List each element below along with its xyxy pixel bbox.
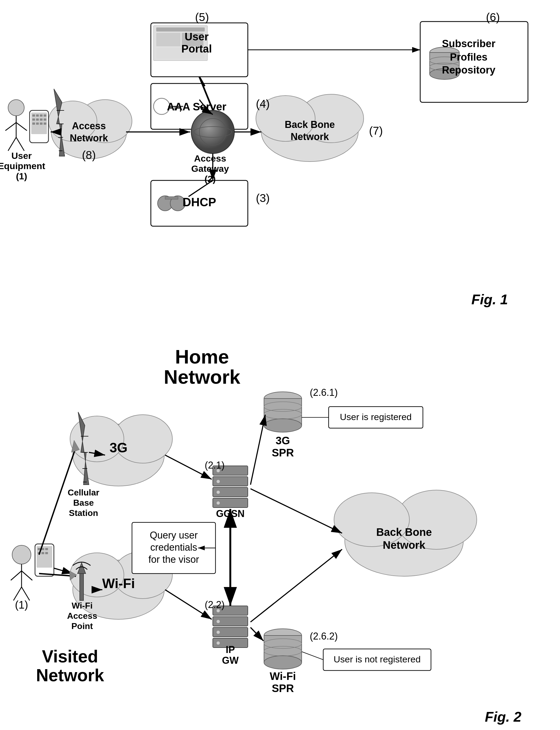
svg-rect-166 bbox=[38, 552, 40, 554]
svg-rect-55 bbox=[32, 119, 35, 121]
svg-text:(5): (5) bbox=[195, 11, 209, 23]
svg-point-146 bbox=[264, 656, 302, 669]
svg-text:IP: IP bbox=[226, 644, 235, 655]
svg-line-73 bbox=[199, 106, 213, 114]
svg-line-158 bbox=[22, 571, 32, 580]
svg-rect-123 bbox=[213, 466, 248, 475]
svg-line-154 bbox=[302, 652, 323, 660]
svg-point-103 bbox=[264, 409, 302, 419]
svg-rect-59 bbox=[32, 123, 35, 125]
svg-text:Network: Network bbox=[36, 666, 104, 685]
svg-point-128 bbox=[217, 480, 220, 483]
svg-point-32 bbox=[48, 101, 97, 141]
svg-text:(2.1): (2.1) bbox=[205, 460, 225, 471]
svg-text:Point: Point bbox=[71, 621, 93, 631]
svg-line-196 bbox=[251, 627, 263, 641]
svg-point-144 bbox=[264, 629, 302, 642]
svg-point-147 bbox=[264, 639, 302, 648]
svg-point-115 bbox=[113, 551, 172, 599]
svg-line-184 bbox=[165, 455, 212, 479]
svg-text:Network: Network bbox=[291, 131, 329, 142]
svg-point-140 bbox=[217, 641, 220, 645]
svg-rect-165 bbox=[45, 548, 48, 550]
svg-text:Network: Network bbox=[383, 539, 426, 551]
svg-text:(2.6.1): (2.6.1) bbox=[310, 387, 338, 398]
svg-text:(8): (8) bbox=[82, 149, 96, 161]
svg-rect-178 bbox=[80, 573, 84, 600]
svg-point-26 bbox=[158, 196, 173, 211]
svg-rect-52 bbox=[36, 114, 39, 117]
figure-2: Home Network Visited Network 3G SPR (2.6… bbox=[0, 339, 560, 730]
svg-text:(1): (1) bbox=[15, 599, 28, 611]
svg-text:(6): (6) bbox=[486, 11, 500, 23]
svg-text:SPR: SPR bbox=[272, 447, 294, 458]
svg-text:credentials: credentials bbox=[150, 542, 197, 553]
svg-point-11 bbox=[430, 47, 459, 58]
svg-rect-49 bbox=[30, 110, 48, 143]
svg-rect-7 bbox=[156, 48, 205, 59]
svg-rect-168 bbox=[45, 552, 48, 554]
svg-point-110 bbox=[73, 424, 164, 486]
svg-text:Network: Network bbox=[70, 133, 108, 144]
svg-point-111 bbox=[113, 415, 172, 463]
svg-text:(2.6.2): (2.6.2) bbox=[310, 631, 338, 642]
svg-rect-167 bbox=[41, 552, 44, 554]
svg-rect-61 bbox=[40, 123, 43, 125]
svg-line-70 bbox=[199, 77, 213, 110]
svg-line-199 bbox=[39, 447, 76, 555]
svg-rect-25 bbox=[151, 180, 248, 226]
svg-point-120 bbox=[334, 493, 409, 547]
svg-point-130 bbox=[217, 501, 220, 505]
svg-rect-2 bbox=[151, 23, 248, 77]
svg-text:User: User bbox=[11, 151, 32, 161]
svg-point-30 bbox=[51, 105, 127, 159]
svg-text:SPR: SPR bbox=[272, 682, 294, 694]
svg-point-43 bbox=[8, 100, 24, 116]
page: User Portal Subscriber Profiles Reposito… bbox=[0, 0, 560, 730]
svg-rect-136 bbox=[213, 638, 248, 648]
svg-line-47 bbox=[8, 137, 16, 151]
svg-point-41 bbox=[194, 127, 232, 137]
svg-rect-19 bbox=[151, 84, 248, 129]
svg-text:Query user: Query user bbox=[150, 530, 198, 541]
svg-text:GGSN: GGSN bbox=[216, 508, 245, 519]
svg-text:(4): (4) bbox=[256, 98, 270, 110]
svg-rect-53 bbox=[40, 114, 43, 117]
svg-rect-4 bbox=[156, 27, 205, 32]
svg-line-46 bbox=[16, 123, 27, 131]
svg-rect-10 bbox=[420, 22, 528, 102]
svg-text:(1): (1) bbox=[16, 171, 27, 181]
svg-point-148 bbox=[264, 646, 302, 656]
svg-text:Visited: Visited bbox=[42, 647, 98, 666]
svg-text:Home: Home bbox=[175, 346, 229, 367]
svg-text:(2): (2) bbox=[204, 174, 216, 184]
svg-text:3G: 3G bbox=[276, 434, 290, 446]
svg-point-31 bbox=[78, 100, 132, 143]
svg-text:Back Bone: Back Bone bbox=[376, 526, 432, 538]
svg-line-185 bbox=[165, 590, 212, 619]
svg-rect-3 bbox=[154, 26, 207, 61]
svg-text:Repository: Repository bbox=[442, 64, 495, 76]
svg-point-127 bbox=[217, 469, 220, 472]
svg-line-160 bbox=[22, 587, 30, 600]
svg-point-14 bbox=[430, 57, 459, 64]
svg-rect-62 bbox=[44, 123, 46, 125]
svg-point-118 bbox=[345, 506, 463, 576]
svg-point-42 bbox=[199, 119, 226, 145]
svg-rect-58 bbox=[44, 119, 46, 121]
svg-line-76 bbox=[189, 180, 213, 197]
svg-rect-163 bbox=[38, 548, 40, 550]
svg-line-201 bbox=[39, 573, 76, 576]
svg-point-36 bbox=[299, 94, 364, 143]
svg-rect-126 bbox=[213, 498, 248, 507]
svg-point-114 bbox=[73, 560, 164, 619]
svg-text:Gateway: Gateway bbox=[191, 164, 229, 174]
svg-point-27 bbox=[170, 196, 185, 211]
svg-text:User is registered: User is registered bbox=[340, 412, 412, 422]
svg-text:Equipment: Equipment bbox=[0, 161, 45, 171]
svg-text:Wi-Fi: Wi-Fi bbox=[72, 601, 93, 610]
svg-line-157 bbox=[11, 571, 22, 580]
svg-text:3G: 3G bbox=[110, 440, 128, 455]
svg-rect-12 bbox=[430, 53, 459, 74]
svg-point-119 bbox=[396, 490, 477, 549]
